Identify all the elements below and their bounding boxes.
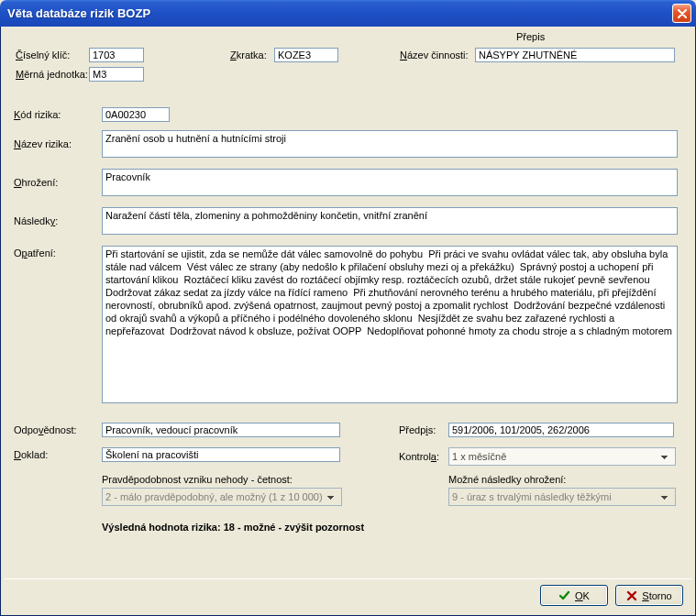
mode-label: Přepis	[516, 31, 545, 42]
kontrola-label: Kontrola:	[399, 451, 448, 462]
vysledna-hodnota-label: Výsledná hodnota rizika: 18 - možné - zv…	[102, 522, 364, 533]
kontrola-select[interactable]: 1 x měsíčně	[448, 447, 676, 466]
doklad-label: Doklad:	[14, 449, 102, 460]
ciselny-klic-input[interactable]	[89, 48, 144, 62]
mozne-nasledky-select[interactable]: 9 - úraz s trvalými následky těžkými	[448, 488, 676, 506]
odpovednost-label: Odpovědnost:	[14, 424, 102, 435]
ohrozeni-label: Ohrožení:	[14, 177, 102, 188]
nazev-rizika-label: Název rizika:	[14, 138, 102, 149]
merna-jednotka-input[interactable]	[89, 67, 144, 82]
zkratka-input[interactable]	[274, 48, 338, 62]
check-icon	[558, 589, 570, 601]
ciselny-klic-label: Číselný klíč:	[16, 50, 89, 60]
doklad-input[interactable]	[102, 447, 340, 462]
nazev-cinnosti-label: Název činnosti:	[400, 50, 475, 60]
titlebar: Věta databáze rizik BOZP	[0, 0, 696, 27]
kod-rizika-label: Kód rizika:	[14, 109, 102, 120]
ok-button[interactable]: OK	[540, 585, 608, 606]
predpis-label: Předpis:	[399, 424, 448, 435]
cancel-icon	[626, 590, 637, 601]
kod-rizika-input[interactable]	[102, 107, 170, 122]
mozne-nasledky-label: Možné následky ohrožení:	[448, 474, 566, 485]
ohrozeni-input[interactable]: Pracovník	[102, 169, 678, 196]
opatreni-input[interactable]: Při startování se ujistit, zda se nemůže…	[102, 246, 678, 403]
client-area: Přepis Číselný klíč: Zkratka: Název činn…	[0, 27, 696, 616]
odpovednost-input[interactable]	[102, 423, 340, 437]
window-title: Věta databáze rizik BOZP	[7, 6, 150, 20]
nasledky-label: Následky:	[14, 215, 102, 226]
close-icon	[678, 9, 687, 18]
pravdepodobnost-select[interactable]: 2 - málo pravděpodobný, ale možný (1 z 1…	[102, 488, 342, 506]
zkratka-label: Zkratka:	[230, 50, 274, 60]
nasledky-input[interactable]: Naražení částí těla, zlomeniny a pohmožd…	[102, 207, 678, 235]
opatreni-label: Opatření:	[14, 246, 102, 258]
merna-jednotka-label: Měrná jednotka:	[16, 69, 89, 80]
close-button[interactable]	[672, 4, 691, 23]
pravdepodobnost-label: Pravděpodobnost vzniku nehody - četnost:	[102, 474, 293, 485]
predpis-input[interactable]	[448, 423, 674, 437]
storno-button[interactable]: Storno	[615, 585, 683, 606]
nazev-cinnosti-input[interactable]	[475, 48, 675, 62]
nazev-rizika-input[interactable]: Zranění osob u hutnění a hutnícími stroj…	[102, 130, 678, 158]
button-bar: OK Storno	[4, 578, 692, 611]
